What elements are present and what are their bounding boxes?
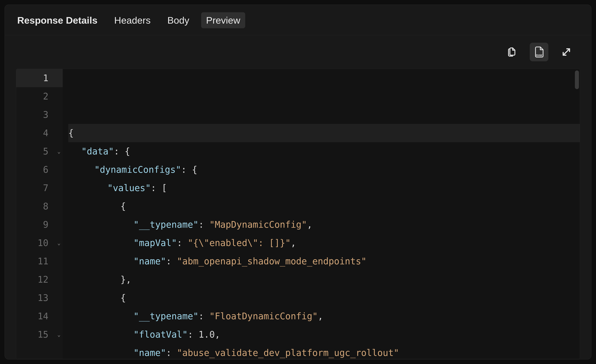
token-punc: : { (181, 161, 197, 179)
token-punc: , (291, 234, 296, 252)
expand-button[interactable] (557, 43, 576, 61)
raw-toggle-button[interactable]: RAW (530, 43, 548, 61)
fold-chevron-icon[interactable]: ⌄ (57, 142, 60, 161)
code-line[interactable]: { (68, 124, 580, 142)
token-key: "values" (107, 179, 151, 197)
line-number: 1 (16, 69, 63, 87)
line-number: 4 (16, 124, 63, 142)
code-line[interactable]: "mapVal": "{\"enabled\": []}", (68, 234, 580, 252)
svg-text:RAW: RAW (536, 54, 542, 57)
token-punc: : (188, 325, 199, 344)
expand-icon (561, 47, 572, 57)
code-line[interactable]: "__typename": "MapDynamicConfig", (68, 215, 580, 234)
line-number: 2 (16, 87, 63, 105)
code-line[interactable]: { (68, 197, 580, 215)
token-punc: , (318, 307, 323, 325)
code-line[interactable]: "__typename": "FloatDynamicConfig", (68, 307, 580, 325)
code-line[interactable]: "data": { (68, 142, 580, 161)
token-punc: { (120, 197, 126, 215)
token-punc: : (199, 215, 209, 234)
token-punc: { (120, 289, 126, 307)
token-key: "data" (81, 142, 114, 161)
token-string: "abuse_validate_dev_platform_ugc_rollout… (177, 344, 399, 359)
token-string: "abm_openapi_shadow_mode_endpoints" (177, 252, 366, 270)
code-line[interactable]: "floatVal": 1.0, (68, 325, 580, 344)
copy-icon (506, 47, 517, 57)
line-number: 3 (16, 105, 63, 124)
line-number: 13 (16, 289, 63, 307)
line-number: 11 (16, 252, 63, 270)
line-number: 7 (16, 179, 63, 197)
token-string: "MapDynamicConfig" (209, 215, 307, 234)
response-details-panel: Response Details Headers Body Preview RA… (5, 5, 591, 359)
token-string: "FloatDynamicConfig" (209, 307, 318, 325)
code-line[interactable]: "values": [ (68, 179, 580, 197)
code-line[interactable]: "name": "abm_openapi_shadow_mode_endpoin… (68, 252, 580, 270)
tab-headers[interactable]: Headers (109, 12, 156, 28)
tab-bar: Response Details Headers Body Preview (5, 5, 591, 35)
line-number: 14 (16, 307, 63, 325)
code-line[interactable]: "dynamicConfigs": { (68, 161, 580, 179)
code-area[interactable]: {"data": {"dynamicConfigs": {"values": [… (63, 69, 580, 359)
copy-button[interactable] (502, 43, 521, 61)
scrollbar-thumb[interactable] (575, 70, 579, 89)
token-punc: : (199, 307, 209, 325)
token-key: "__typename" (134, 215, 199, 234)
panel-title: Response Details (17, 12, 103, 28)
fold-chevron-icon[interactable]: ⌄ (57, 234, 60, 252)
token-punc: }, (120, 270, 131, 289)
token-punc: { (68, 124, 74, 142)
fold-chevron-icon[interactable]: ⌄ (57, 325, 60, 344)
line-number: 15⌄ (16, 325, 63, 344)
line-number: 10⌄ (16, 234, 63, 252)
code-line[interactable]: { (68, 289, 580, 307)
line-gutter: 12345⌄678910⌄1112131415⌄ (16, 69, 63, 359)
json-editor[interactable]: 12345⌄678910⌄1112131415⌄ {"data": {"dyna… (16, 69, 580, 359)
token-punc: : (166, 252, 177, 270)
token-punc: : (177, 234, 188, 252)
preview-toolbar: RAW (5, 35, 591, 65)
tab-body[interactable]: Body (162, 12, 194, 28)
token-number: 1.0 (199, 325, 215, 344)
code-line[interactable]: }, (68, 270, 580, 289)
tab-preview[interactable]: Preview (201, 12, 245, 28)
svg-line-1 (563, 49, 570, 55)
token-key: "mapVal" (134, 234, 177, 252)
token-key: "__typename" (134, 307, 199, 325)
line-number: 6 (16, 161, 63, 179)
line-number: 12 (16, 270, 63, 289)
token-key: "name" (134, 252, 166, 270)
line-number: 9 (16, 215, 63, 234)
token-punc: , (307, 215, 312, 234)
token-punc: , (215, 325, 220, 344)
token-punc: : { (114, 142, 130, 161)
line-number: 8 (16, 197, 63, 215)
token-key: "dynamicConfigs" (94, 161, 181, 179)
token-punc: : [ (151, 179, 167, 197)
raw-file-icon: RAW (533, 46, 545, 58)
token-string: "{\"enabled\": []}" (188, 234, 291, 252)
line-number: 5⌄ (16, 142, 63, 161)
token-punc: : (166, 344, 177, 359)
token-key: "floatVal" (134, 325, 188, 344)
code-line[interactable]: "name": "abuse_validate_dev_platform_ugc… (68, 344, 580, 359)
token-key: "name" (134, 344, 166, 359)
